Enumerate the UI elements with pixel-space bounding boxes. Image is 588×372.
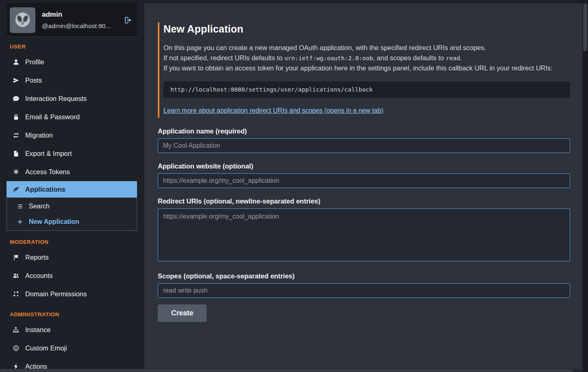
user-card[interactable]: admin @admin@localhost:80... <box>7 3 137 37</box>
horizontal-scrollbar-thumb[interactable] <box>0 369 573 372</box>
sidebar-item-reports[interactable]: Reports <box>7 248 137 267</box>
sidebar-subitem-label: New Application <box>29 218 79 225</box>
sign-out-icon[interactable] <box>124 16 132 24</box>
intro-line3: If you want to obtain an access token fo… <box>163 64 553 72</box>
applications-submenu: Search New Application <box>7 197 137 231</box>
main-panel: New Application On this page you can cre… <box>144 3 582 372</box>
sidebar-item-label: Interaction Requests <box>25 95 87 103</box>
avatar <box>10 7 35 33</box>
sidebar-item-profile[interactable]: Profile <box>7 53 137 71</box>
application-name-input[interactable] <box>158 138 570 153</box>
sidebar-item-label: Export & Import <box>25 150 72 158</box>
page-title: New Application <box>163 23 570 35</box>
section-label-moderation: MODERATION <box>10 239 137 245</box>
section-label-administration: ADMINISTRATION <box>10 311 137 317</box>
sidebar-item-interaction-requests[interactable]: Interaction Requests <box>7 90 137 108</box>
lock-icon <box>11 114 20 120</box>
callback-url-block: http://localhost:8080/settings/user/appl… <box>163 81 570 98</box>
plus-icon <box>16 219 24 225</box>
sitemap-icon <box>11 326 20 333</box>
sidebar-item-label: Access Tokens <box>25 168 70 176</box>
sidebar-item-label: Email & Password <box>25 113 80 121</box>
new-application-form: Application name (required) Application … <box>158 127 570 322</box>
sidebar-item-label: Migration <box>25 131 53 139</box>
vertical-scrollbar[interactable] <box>582 0 588 372</box>
redirect-uris-label: Redirect URIs (optional, newline-separat… <box>158 197 570 205</box>
sidebar-item-access-tokens[interactable]: Access Tokens <box>7 163 137 181</box>
sidebar-subitem-search[interactable]: Search <box>7 199 137 214</box>
divider <box>7 37 137 37</box>
intro-line2-post: . <box>460 54 462 61</box>
sidebar-item-export-import[interactable]: Export & Import <box>7 144 137 163</box>
exchange-arrows-icon <box>11 132 20 139</box>
sidebar-item-label: Accounts <box>25 272 53 280</box>
inline-code-oob: urn:ietf:wg:oauth:2.0:oob <box>284 55 373 61</box>
redirect-uris-textarea[interactable] <box>158 208 570 261</box>
inline-code-read: read <box>446 55 460 61</box>
sidebar-nav: USER Profile Posts Interaction Requests … <box>7 44 137 372</box>
scopes-group: Scopes (optional, space-separated entrie… <box>158 272 570 298</box>
vertical-scrollbar-thumb[interactable] <box>583 3 587 51</box>
asterisk-icon <box>11 168 20 175</box>
user-meta: admin @admin@localhost:80... <box>42 11 120 30</box>
intro-line1: On this page you can create a new manage… <box>163 44 486 51</box>
scopes-input[interactable] <box>158 283 570 298</box>
sidebar-item-instance[interactable]: Instance <box>7 321 137 339</box>
file-icon <box>11 150 20 157</box>
application-website-input[interactable] <box>158 173 570 188</box>
application-name-label: Application name (required) <box>158 127 570 135</box>
sidebar-item-accounts[interactable]: Accounts <box>7 267 137 285</box>
comment-icon <box>11 95 20 102</box>
sidebar-item-label: Custom Emoji <box>25 344 67 352</box>
intro-line2-pre: If not specified, redirect URIs defaults… <box>163 54 284 61</box>
sidebar-item-label: Domain Permissions <box>25 290 87 298</box>
callback-url: http://localhost:8080/settings/user/appl… <box>170 86 373 93</box>
list-icon <box>16 203 24 210</box>
sidebar-item-label: Reports <box>25 254 49 261</box>
sidebar-item-label: Profile <box>25 58 44 66</box>
section-label-user: USER <box>10 44 137 50</box>
scopes-label: Scopes (optional, space-separated entrie… <box>158 272 570 280</box>
sidebar-item-domain-permissions[interactable]: Domain Permissions <box>7 285 137 303</box>
dots-icon <box>11 291 20 298</box>
user-name: admin <box>42 11 120 19</box>
sidebar-subitem-new-application[interactable]: New Application <box>7 214 137 230</box>
smile-icon <box>11 345 20 352</box>
intro-line2-mid: , and scopes defaults to <box>373 54 446 61</box>
intro-block: New Application On this page you can cre… <box>158 22 570 118</box>
learn-more-link[interactable]: Learn more about application redirect UR… <box>163 107 383 114</box>
horizontal-scrollbar[interactable] <box>0 369 582 372</box>
user-handle: @admin@localhost:80... <box>42 22 120 30</box>
sidebar-item-migration[interactable]: Migration <box>7 126 137 144</box>
application-website-label: Application website (optional) <box>158 162 570 170</box>
sidebar-item-custom-emoji[interactable]: Custom Emoji <box>7 339 137 357</box>
sidebar-item-email-password[interactable]: Email & Password <box>7 108 137 126</box>
sidebar-item-label: Instance <box>25 326 50 334</box>
user-icon <box>11 59 20 66</box>
sidebar-item-applications[interactable]: Applications <box>7 181 137 197</box>
sidebar-subitem-label: Search <box>29 203 50 210</box>
sidebar-item-posts[interactable]: Posts <box>7 71 137 90</box>
application-website-group: Application website (optional) <box>158 162 570 188</box>
sidebar-item-label: Applications <box>25 186 65 193</box>
application-name-group: Application name (required) <box>158 127 570 153</box>
sidebar-item-label: Posts <box>25 77 42 84</box>
intro-text: On this page you can create a new manage… <box>163 43 570 73</box>
redirect-uris-group: Redirect URIs (optional, newline-separat… <box>158 197 570 263</box>
paper-plane-icon <box>11 77 20 84</box>
sidebar: admin @admin@localhost:80... USER Profil… <box>0 0 144 372</box>
users-icon <box>11 272 20 279</box>
sloth-avatar-image <box>10 7 35 33</box>
create-button[interactable]: Create <box>158 304 207 322</box>
feather-icon <box>11 186 20 193</box>
flag-icon <box>11 254 20 261</box>
